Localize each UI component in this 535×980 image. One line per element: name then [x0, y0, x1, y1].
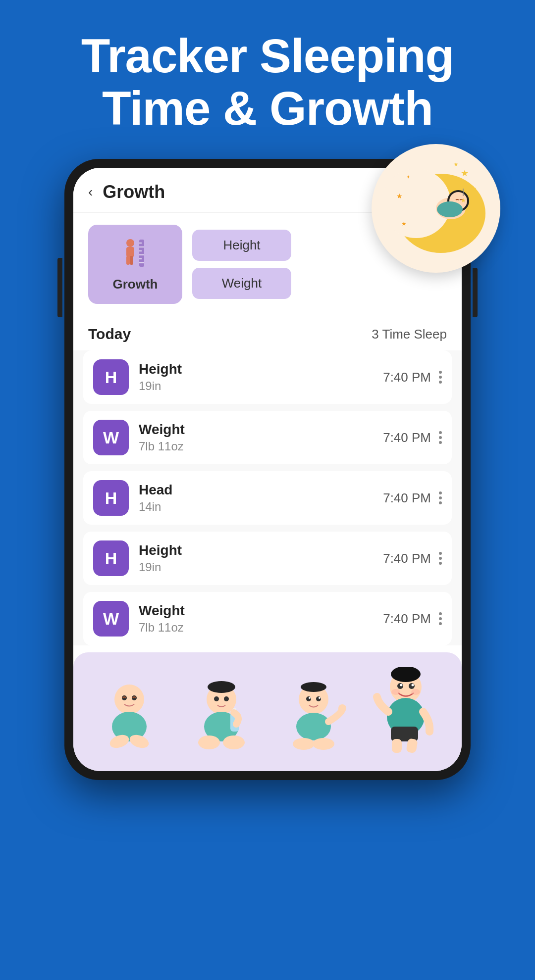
- svg-text:★: ★: [453, 161, 459, 168]
- item-subtitle: 7lb 11oz: [139, 440, 383, 453]
- svg-point-36: [214, 696, 219, 701]
- svg-point-60: [412, 684, 414, 686]
- height-filter-button[interactable]: Height: [192, 230, 291, 261]
- growth-figure-icon: [120, 237, 150, 272]
- svg-rect-22: [126, 247, 134, 257]
- item-time: 7:40 PM: [383, 370, 431, 385]
- item-subtitle: 7lb 11oz: [139, 621, 383, 635]
- svg-point-49: [309, 697, 311, 699]
- svg-point-29: [122, 695, 127, 700]
- svg-point-62: [411, 689, 420, 695]
- item-info: Height 19in: [139, 361, 383, 393]
- item-info: Weight 7lb 11oz: [139, 422, 383, 453]
- svg-point-21: [126, 239, 134, 247]
- svg-rect-24: [130, 256, 133, 265]
- height-icon-badge: H: [93, 359, 129, 395]
- svg-point-57: [397, 683, 403, 689]
- screen-title: Growth: [103, 182, 165, 202]
- sleep-illustration: ★ ★ ★ ✦ ★ ★ ★: [372, 144, 500, 273]
- item-title: Height: [139, 542, 383, 558]
- item-menu-button[interactable]: [439, 371, 442, 384]
- growth-card-label: Growth: [113, 277, 158, 292]
- item-title: Height: [139, 361, 383, 377]
- baby-stage-1: [95, 677, 164, 756]
- baby-stage-3: [279, 677, 348, 756]
- bottom-banner: [73, 652, 462, 771]
- item-info: Height 19in: [139, 542, 383, 574]
- item-title: Weight: [139, 422, 383, 438]
- item-menu-button[interactable]: [439, 431, 442, 444]
- today-label: Today: [88, 326, 131, 343]
- list-item: W Weight 7lb 11oz 7:40 PM: [83, 592, 452, 645]
- svg-point-45: [313, 738, 334, 750]
- list-item: W Weight 7lb 11oz 7:40 PM: [83, 411, 452, 464]
- svg-text:✦: ✦: [406, 174, 410, 180]
- list-container: H Height 19in 7:40 PM W Weight 7lb 11oz: [73, 350, 462, 645]
- svg-point-43: [296, 713, 331, 740]
- item-time: 7:40 PM: [383, 430, 431, 445]
- back-button[interactable]: ‹: [88, 184, 93, 200]
- growth-card[interactable]: Growth: [88, 225, 182, 304]
- svg-text:★: ★: [461, 197, 466, 204]
- item-menu-button[interactable]: [439, 552, 442, 565]
- svg-text:★: ★: [461, 168, 469, 178]
- weight-icon-badge-2: W: [93, 601, 129, 637]
- phone-frame: ★ ★ ★ ✦ ★ ★ ★: [64, 159, 471, 780]
- baby-stage-4: [371, 667, 440, 756]
- svg-rect-55: [392, 739, 402, 753]
- svg-point-46: [338, 704, 346, 712]
- sleep-count: 3 Time Sleep: [372, 327, 447, 342]
- baby-stage-2: [187, 677, 256, 756]
- item-title: Weight: [139, 603, 383, 619]
- svg-point-58: [409, 683, 415, 689]
- list-item: H Head 14in 7:40 PM: [83, 471, 452, 525]
- item-subtitle: 19in: [139, 560, 383, 574]
- phone-container: ★ ★ ★ ✦ ★ ★ ★: [64, 159, 471, 780]
- svg-point-11: [437, 201, 463, 217]
- svg-text:★: ★: [401, 220, 407, 227]
- head-icon-badge: H: [93, 480, 129, 516]
- weight-filter-button[interactable]: Weight: [192, 268, 291, 299]
- svg-point-50: [319, 697, 321, 699]
- svg-point-42: [301, 682, 326, 692]
- svg-point-30: [132, 695, 137, 700]
- today-section: Today 3 Time Sleep: [73, 316, 462, 350]
- svg-text:★: ★: [471, 185, 477, 193]
- item-title: Head: [139, 482, 383, 498]
- item-subtitle: 19in: [139, 379, 383, 393]
- weight-icon-badge: W: [93, 420, 129, 455]
- hero-title: Tracker Sleeping Time & Growth: [0, 0, 535, 149]
- svg-point-59: [400, 684, 403, 686]
- svg-point-47: [306, 696, 311, 701]
- item-subtitle: 14in: [139, 500, 383, 514]
- svg-point-25: [114, 685, 144, 714]
- item-time: 7:40 PM: [383, 490, 431, 506]
- svg-point-61: [391, 689, 400, 695]
- item-info: Weight 7lb 11oz: [139, 603, 383, 635]
- item-menu-button[interactable]: [439, 491, 442, 504]
- filter-buttons: Height Weight: [192, 230, 291, 299]
- svg-point-44: [293, 738, 315, 750]
- item-menu-button[interactable]: [439, 612, 442, 625]
- svg-point-48: [316, 696, 321, 701]
- item-info: Head 14in: [139, 482, 383, 514]
- item-time: 7:40 PM: [383, 611, 431, 627]
- svg-point-37: [224, 696, 229, 701]
- svg-text:★: ★: [396, 192, 403, 200]
- list-item: H Height 19in 7:40 PM: [83, 532, 452, 585]
- item-time: 7:40 PM: [383, 551, 431, 566]
- list-item: H Height 19in 7:40 PM: [83, 350, 452, 404]
- svg-rect-23: [126, 256, 130, 265]
- svg-point-34: [198, 735, 220, 749]
- height-icon-badge-2: H: [93, 540, 129, 576]
- svg-point-32: [208, 681, 235, 693]
- svg-point-35: [223, 735, 245, 749]
